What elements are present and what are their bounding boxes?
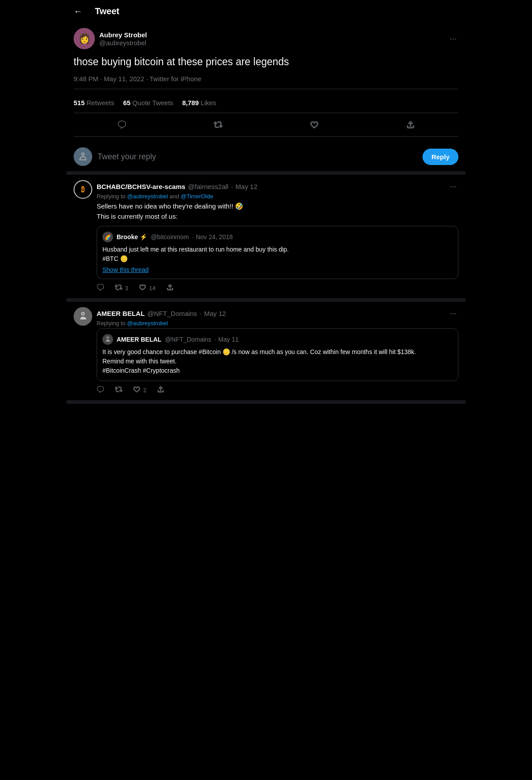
reply-tweet-2: AMEER BELAL @NFT_Domains · May 12 ··· Re…: [66, 302, 466, 404]
reply-button[interactable]: Reply: [422, 149, 458, 165]
author-name: Aubrey Strobel: [99, 31, 444, 39]
comment-button[interactable]: [110, 117, 133, 133]
reply-input[interactable]: Tweet your reply: [98, 152, 417, 162]
quote-tweets-stat[interactable]: 65 Quote Tweets: [123, 99, 173, 106]
quoted1-name: Brooke ⚡: [117, 233, 147, 240]
reply1-mention2[interactable]: @TimerOlde: [181, 193, 213, 200]
back-button[interactable]: ←: [74, 6, 82, 16]
quoted1-avatar: 🌈: [102, 232, 113, 242]
reply2-header: AMEER BELAL @NFT_Domains · May 12 ···: [97, 307, 458, 320]
reply2-share-button[interactable]: [157, 386, 164, 395]
quoted1-header: 🌈 Brooke ⚡ @bitcoinmom · Nov 24, 2018: [102, 232, 453, 242]
like-icon: [139, 284, 146, 293]
reply2-actions: 2: [97, 386, 458, 395]
reply2-author-name: AMEER BELAL: [97, 310, 145, 317]
reply1-actions: 3 14: [97, 284, 458, 293]
tweet-timestamp: 9:48 PM · May 11, 2022 · Twitter for iPh…: [74, 75, 458, 83]
quoted2-name: AMEER BELAL: [117, 336, 161, 343]
quoted1-handle: @bitcoinmom: [151, 233, 189, 240]
likes-count: 8,789: [182, 99, 199, 106]
reply1-comment-button[interactable]: [97, 284, 104, 293]
retweets-count: 515: [74, 99, 85, 106]
reply1-author-handle: @fairness2all: [188, 183, 228, 190]
like-icon-2: [133, 386, 141, 395]
header: ← Tweet: [66, 0, 466, 23]
quoted1-date: · Nov 24, 2018: [192, 233, 233, 240]
reply1-retweet-button[interactable]: 3: [115, 284, 128, 293]
reply2-mention1[interactable]: @aubreystrobel: [127, 320, 168, 327]
reply-avatar: [74, 147, 92, 166]
more-options-button[interactable]: ···: [448, 32, 458, 45]
author-avatar[interactable]: 👩: [74, 28, 95, 49]
show-thread-link[interactable]: Show this thread: [102, 266, 453, 273]
reply2-body: AMEER BELAL @NFT_Domains · May 12 ··· Re…: [97, 307, 458, 395]
reply2-like-count: 2: [143, 387, 146, 394]
reply1-like-count: 14: [149, 285, 155, 292]
reply2-replying-to: Replying to @aubreystrobel: [97, 320, 458, 327]
reply1-content: Sellers have no idea who they're dealing…: [97, 201, 458, 221]
quoted2-header: AMEER BELAL @NFT_Domains · May 11: [102, 334, 453, 345]
reply2-like-button[interactable]: 2: [133, 386, 146, 395]
reply1-body: BCHABC/BCHSV-are-scams @fairness2all · M…: [97, 180, 458, 293]
reply1-replying-to: Replying to @aubreystrobel and @TimerOld…: [97, 193, 458, 200]
quoted2-date: · May 11: [215, 336, 239, 343]
reply1-more-button[interactable]: ···: [448, 180, 458, 193]
stats-divider: [74, 89, 458, 89]
author-handle: @aubreystrobel: [99, 39, 444, 47]
likes-label: Likes: [201, 99, 216, 106]
reply1-like-button[interactable]: 14: [139, 284, 155, 293]
retweets-stat[interactable]: 515 Retweets: [74, 99, 114, 106]
quote-tweets-label: Quote Tweets: [133, 99, 173, 106]
reply2-date-text: May 12: [204, 310, 226, 317]
author-info: Aubrey Strobel @aubreystrobel: [99, 31, 444, 47]
likes-stat[interactable]: 8,789 Likes: [182, 99, 216, 106]
reply2-avatar[interactable]: [74, 307, 92, 395]
reply1-header: BCHABC/BCHSV-are-scams @fairness2all · M…: [97, 180, 458, 193]
reply1-quoted-tweet[interactable]: 🌈 Brooke ⚡ @bitcoinmom · Nov 24, 2018 Hu…: [97, 226, 458, 279]
share-icon-2: [157, 386, 164, 395]
reply1-mention1[interactable]: @aubreystrobel: [127, 193, 168, 200]
reply-box: Tweet your reply Reply: [66, 142, 466, 175]
reply1-author-name: BCHABC/BCHSV-are-scams: [97, 183, 185, 190]
reply2-more-button[interactable]: ···: [448, 307, 458, 320]
reply2-author-handle: @NFT_Domains: [147, 310, 197, 317]
retweet-icon: [115, 284, 122, 293]
reply1-date-text: May 12: [235, 183, 257, 190]
quote-tweets-count: 65: [123, 99, 131, 106]
quoted2-avatar: [102, 334, 113, 345]
reply1-date: ·: [231, 183, 233, 190]
share-button[interactable]: [399, 117, 422, 133]
like-button[interactable]: [303, 117, 326, 133]
retweet-icon-2: [115, 386, 122, 395]
reply1-avatar[interactable]: ₿: [74, 180, 92, 293]
retweets-label: Retweets: [86, 99, 114, 106]
share-icon: [166, 284, 174, 293]
quoted2-text: It is very good chance to purchase #Bitc…: [102, 347, 453, 375]
reply1-user-info: BCHABC/BCHSV-are-scams @fairness2all · M…: [97, 183, 258, 190]
reply-tweet-1: ₿ BCHABC/BCHSV-are-scams @fairness2all ·…: [66, 175, 466, 302]
retweet-button[interactable]: [207, 117, 230, 133]
reply2-date-sep: ·: [200, 310, 201, 317]
tweet-actions: [74, 113, 458, 137]
comment-icon-2: [97, 386, 104, 395]
tweet-text: those buying bitcoin at these prices are…: [74, 55, 458, 69]
main-tweet: 👩 Aubrey Strobel @aubreystrobel ··· thos…: [66, 23, 466, 142]
stats-row: 515 Retweets 65 Quote Tweets 8,789 Likes: [74, 95, 458, 111]
reply1-retweet-count: 3: [125, 285, 128, 292]
reply1-share-button[interactable]: [166, 284, 174, 293]
quoted2-handle: @NFT_Domains: [165, 336, 211, 343]
reply2-user-info: AMEER BELAL @NFT_Domains · May 12: [97, 310, 226, 317]
reply2-retweet-button[interactable]: [115, 386, 122, 395]
reply2-comment-button[interactable]: [97, 386, 104, 395]
comment-icon: [97, 284, 104, 293]
header-title: Tweet: [95, 6, 119, 16]
reply2-quoted-tweet[interactable]: AMEER BELAL @NFT_Domains · May 11 It is …: [97, 328, 458, 381]
quoted1-text: Husband just left me at this restaurant …: [102, 245, 453, 264]
